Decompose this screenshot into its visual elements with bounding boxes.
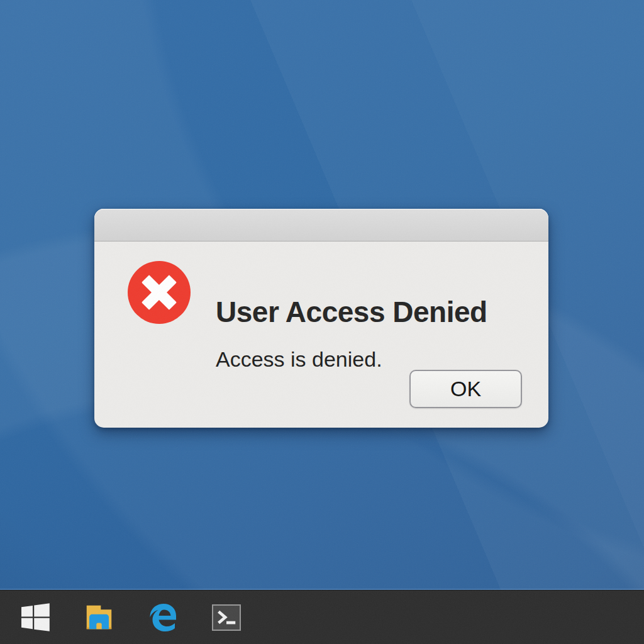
taskbar-item-file-explorer[interactable] (84, 602, 114, 632)
dialog-content: User Access Denied Access is denied. OK (94, 242, 548, 427)
dialog-titlebar[interactable] (94, 209, 548, 242)
dialog-message: Access is denied. (216, 347, 382, 372)
taskbar-item-command-prompt[interactable] (211, 602, 241, 632)
dialog-title: User Access Denied (216, 295, 487, 329)
edge-icon (147, 602, 179, 633)
taskbar-item-edge[interactable] (148, 602, 177, 632)
windows-logo-icon (21, 603, 50, 631)
error-dialog: User Access Denied Access is denied. OK (94, 209, 548, 428)
start-button[interactable] (21, 602, 50, 632)
error-x-icon (128, 261, 191, 324)
terminal-icon (212, 604, 241, 631)
taskbar (0, 590, 644, 644)
ok-button[interactable]: OK (409, 370, 522, 408)
folder-icon (84, 602, 114, 632)
